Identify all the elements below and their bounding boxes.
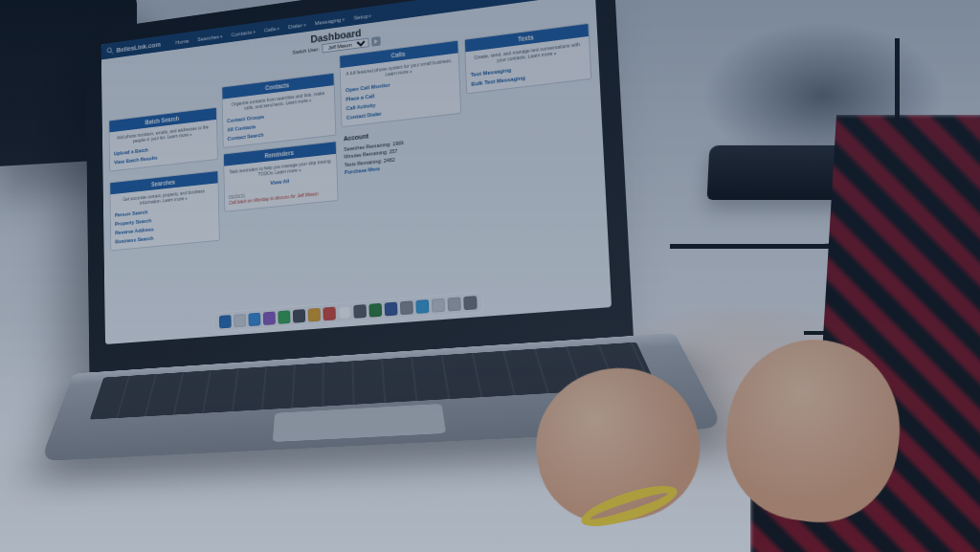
account-searches-value: 1969 bbox=[392, 140, 404, 146]
nav-calls[interactable]: Calls bbox=[264, 24, 279, 33]
dock-app-icon[interactable] bbox=[400, 300, 413, 315]
nav-searches[interactable]: Searches bbox=[197, 33, 223, 42]
dock-app-icon[interactable] bbox=[293, 309, 305, 323]
dock-app-icon[interactable] bbox=[415, 299, 429, 314]
dock-app-icon[interactable] bbox=[338, 305, 351, 320]
dock-app-icon[interactable] bbox=[447, 297, 460, 311]
dock-app-icon[interactable] bbox=[308, 308, 321, 322]
dock-app-icon[interactable] bbox=[385, 302, 398, 317]
nav-dialer[interactable]: Dialer bbox=[288, 20, 306, 29]
account-minutes-value: 257 bbox=[390, 148, 398, 155]
link-reminders-view-all[interactable]: View All bbox=[270, 178, 289, 186]
dock-app-icon[interactable] bbox=[219, 315, 232, 328]
dock-app-icon[interactable] bbox=[353, 304, 367, 319]
svg-point-0 bbox=[107, 48, 111, 53]
card-batch-search: Batch Search Add phone numbers, emails, … bbox=[108, 107, 217, 171]
dock-app-icon[interactable] bbox=[263, 311, 276, 325]
dock-app-icon[interactable] bbox=[368, 303, 382, 318]
svg-line-1 bbox=[111, 52, 113, 55]
card-reminders: Reminders Task reminders to help you man… bbox=[223, 141, 339, 212]
nav-messaging[interactable]: Messaging bbox=[315, 15, 345, 26]
nav-home[interactable]: Home bbox=[175, 36, 189, 44]
account-summary: Account Searches Remaining: 1969 Minutes… bbox=[342, 119, 463, 176]
dock-app-icon[interactable] bbox=[248, 313, 260, 327]
account-texts-value: 2482 bbox=[384, 156, 395, 163]
laptop-trackpad bbox=[273, 404, 446, 442]
card-contacts: Contacts Organize contacts from searches… bbox=[221, 73, 336, 148]
search-icon bbox=[106, 46, 114, 55]
card-texts: Texts Create, send, and manage text conv… bbox=[463, 23, 591, 94]
nav-setup[interactable]: Setup bbox=[353, 11, 371, 20]
arrow-right-icon bbox=[373, 38, 379, 44]
switch-user-go-button[interactable] bbox=[371, 36, 381, 47]
dock-app-icon[interactable] bbox=[234, 314, 246, 327]
card-calls: Calls A full featured phone system for y… bbox=[339, 40, 460, 127]
macos-dock bbox=[213, 291, 484, 332]
nav-contacts[interactable]: Contacts bbox=[232, 28, 256, 37]
laptop-screen: BellesLink.com Home Searches Contacts Ca… bbox=[101, 0, 612, 344]
laptop-lid: BellesLink.com Home Searches Contacts Ca… bbox=[85, 0, 635, 382]
dock-app-icon[interactable] bbox=[432, 298, 445, 313]
dock-app-icon[interactable] bbox=[323, 307, 336, 321]
dock-app-icon[interactable] bbox=[463, 296, 477, 310]
card-searches: Searches Get accurate contact, property,… bbox=[109, 170, 219, 252]
dock-app-icon[interactable] bbox=[278, 310, 290, 324]
